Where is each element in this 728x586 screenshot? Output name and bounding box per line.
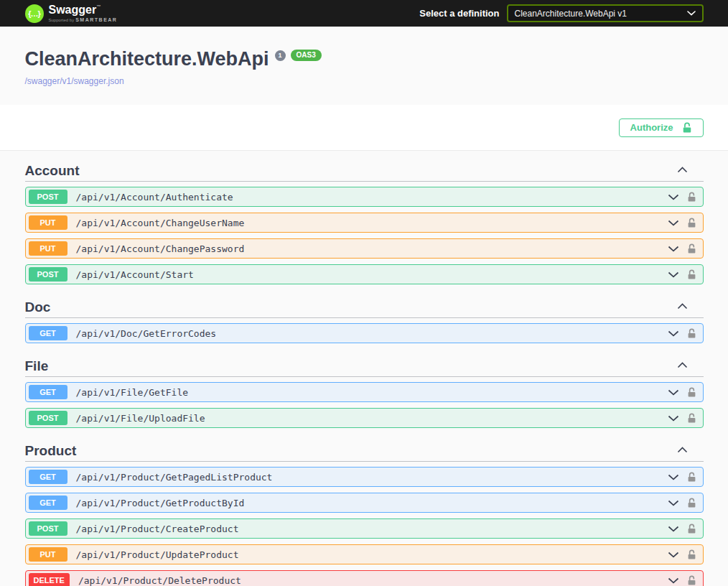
operation-row[interactable]: GET /api/v1/Doc/GetErrorCodes [25,323,704,343]
chevron-down-icon [668,389,679,396]
chevron-up-icon [677,447,688,453]
operation-row[interactable]: GET /api/v1/File/GetFile [25,382,704,402]
method-badge: GET [29,470,67,484]
method-badge: PUT [29,547,67,562]
operation-path: /api/v1/Doc/GetErrorCodes [76,328,217,339]
tag-header[interactable]: Doc [25,290,704,318]
auth-lock-button[interactable] [687,412,696,424]
tag-title: File [25,359,49,373]
tag-title: Product [25,444,77,458]
method-badge: POST [29,411,67,425]
chevron-up-icon [677,167,688,173]
trademark-symbol: ™ [96,4,101,9]
operation-path: /api/v1/Account/Authenticate [76,192,233,203]
tag-header[interactable]: File [25,349,704,377]
operation-row[interactable]: GET /api/v1/Product/GetPagedListProduct [25,467,704,487]
operation-row[interactable]: PUT /api/v1/Product/UpdateProduct [25,544,704,564]
topbar: {…} Swagger™ Supported bySMARTBEAR Selec… [0,0,728,27]
method-badge: POST [29,521,67,536]
operation-path: /api/v1/Account/ChangePassword [76,243,245,254]
unlock-icon [687,243,696,254]
collapse-section-button[interactable] [677,301,704,315]
method-badge: PUT [29,215,67,230]
operations-area: Account POST /api/v1/Account/Authenticat… [0,151,728,586]
operation-row[interactable]: DELETE /api/v1/Product/DeleteProduct [25,570,704,586]
method-badge: GET [29,385,67,399]
definition-select-value: CleanArchitecture.WebApi v1 [515,9,627,19]
operation-row[interactable]: POST /api/v1/Product/CreateProduct [25,518,704,539]
spec-url-link[interactable]: /swagger/v1/swagger.json [25,76,124,86]
auth-lock-button[interactable] [687,327,696,339]
chevron-up-icon [677,362,688,368]
swagger-logo-icon: {…} [25,4,44,23]
auth-lock-button[interactable] [687,217,696,228]
operation-path: /api/v1/Product/UpdateProduct [76,549,239,560]
chevron-down-icon [668,271,679,278]
auth-lock-button[interactable] [687,471,696,483]
operation-row[interactable]: PUT /api/v1/Account/ChangeUserName [25,213,704,233]
operation-path: /api/v1/Product/GetPagedListProduct [76,472,273,483]
collapse-section-button[interactable] [677,360,704,373]
operation-row[interactable]: POST /api/v1/File/UploadFile [25,408,704,428]
auth-lock-button[interactable] [687,191,696,203]
method-badge: GET [29,326,67,340]
operation-row[interactable]: GET /api/v1/Product/GetProductById [25,493,704,513]
authorize-button[interactable]: Authorize [619,118,704,137]
operation-path: /api/v1/Account/Start [76,269,194,280]
oas3-badge: OAS3 [291,50,322,61]
smartbear-tagline: Supported bySMARTBEAR [49,17,118,22]
collapse-section-button[interactable] [677,164,704,178]
auth-lock-button[interactable] [687,497,696,508]
chevron-down-icon [668,415,679,422]
swagger-logo-link[interactable]: {…} Swagger™ Supported bySMARTBEAR [25,4,118,23]
chevron-down-icon [668,246,679,252]
operation-row[interactable]: POST /api/v1/Account/Authenticate [25,187,704,207]
chevron-down-icon [687,11,696,16]
operation-row[interactable]: PUT /api/v1/Account/ChangePassword [25,238,704,259]
tag-header[interactable]: Account [25,154,704,182]
method-badge: GET [29,496,67,510]
collapse-section-button[interactable] [677,445,704,458]
unlock-icon [687,217,696,228]
unlock-icon [687,497,696,508]
auth-wrapper: Authorize [0,105,728,151]
swagger-logo-text: Swagger™ [49,4,118,16]
operation-path: /api/v1/Account/ChangeUserName [76,218,245,228]
unlock-icon [687,191,696,203]
unlock-icon [687,523,696,534]
auth-lock-button[interactable] [687,549,696,560]
operation-path: /api/v1/File/GetFile [76,387,189,398]
operation-path: /api/v1/Product/CreateProduct [76,524,239,534]
auth-lock-button[interactable] [687,243,696,254]
api-tag-section: Doc GET /api/v1/Doc/GetErrorCodes [25,290,704,343]
operation-path: /api/v1/File/UploadFile [76,413,205,424]
chevron-down-icon [668,500,679,506]
chevron-up-icon [677,303,688,310]
unlock-icon [682,121,692,134]
auth-lock-button[interactable] [687,386,696,398]
chevron-down-icon [668,552,679,558]
auth-lock-button[interactable] [687,575,696,586]
api-tag-section: File GET /api/v1/File/GetFile POST [25,349,704,428]
auth-lock-button[interactable] [687,523,696,534]
method-badge: PUT [29,241,67,256]
tag-header[interactable]: Product [25,434,704,462]
info-section: CleanArchitecture.WebApi 1 OAS3 /swagger… [0,27,728,105]
unlock-icon [687,412,696,424]
operations-list: Account POST /api/v1/Account/Authenticat… [25,154,704,586]
unlock-icon [687,327,696,339]
definition-select[interactable]: CleanArchitecture.WebApi v1 [507,4,704,22]
chevron-down-icon [668,194,679,200]
chevron-down-icon [668,474,679,480]
api-tag-section: Account POST /api/v1/Account/Authenticat… [25,154,704,284]
version-badge: 1 [275,50,286,61]
unlock-icon [687,471,696,483]
chevron-down-icon [668,577,679,584]
operation-row[interactable]: POST /api/v1/Account/Start [25,264,704,284]
operation-path: /api/v1/Product/DeleteProduct [78,575,241,586]
unlock-icon [687,549,696,560]
auth-lock-button[interactable] [687,269,696,280]
chevron-down-icon [668,220,679,226]
api-tag-section: Product GET /api/v1/Product/GetPagedList… [25,434,704,586]
unlock-icon [687,269,696,280]
